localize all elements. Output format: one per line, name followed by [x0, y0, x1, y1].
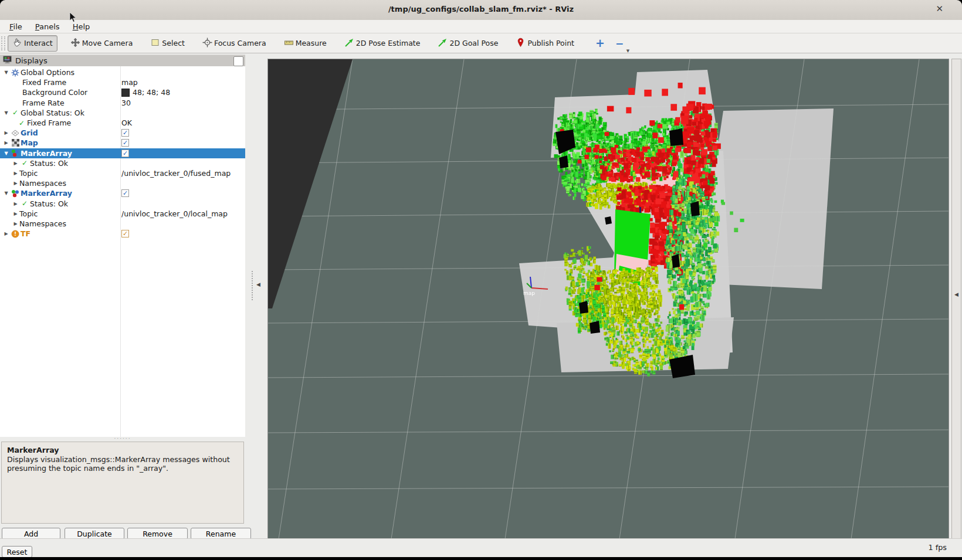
expander-down-icon[interactable]: ▼	[2, 151, 10, 156]
close-icon[interactable]: ✕	[936, 4, 943, 14]
svg-text:!: !	[14, 231, 16, 237]
tree-row-global-status-fixed-frame[interactable]: ✓ Fixed Frame OK	[0, 118, 245, 128]
chevron-down-icon: ▼	[626, 49, 629, 53]
tree-row-frame-rate[interactable]: Frame Rate 30	[0, 98, 245, 108]
tool-2d-pose-estimate[interactable]: 2D Pose Estimate	[340, 35, 425, 52]
viewport-splitter-handle[interactable]	[252, 271, 255, 300]
status-bar: Reset 1 fps	[0, 538, 962, 558]
gear-icon	[10, 69, 21, 77]
tree-row-status-fused[interactable]: ▶ ✓ Status: Ok	[0, 158, 245, 168]
remove-button[interactable]: Remove	[127, 528, 188, 539]
menu-bar: File Panels Help	[0, 20, 962, 33]
expander-right-icon[interactable]: ▶	[2, 130, 10, 135]
toolbar-drag-handle[interactable]	[1, 36, 5, 50]
markers-icon	[10, 189, 21, 198]
expander-right-icon[interactable]: ▶	[2, 140, 10, 145]
collapse-left-icon[interactable]: ◀	[256, 281, 260, 287]
background-color-value[interactable]: 48; 48; 48	[121, 88, 170, 97]
reset-button[interactable]: Reset	[2, 546, 32, 558]
expander-down-icon[interactable]: ▼	[2, 110, 10, 116]
tree-row-topic-local[interactable]: ▶ Topic /univloc_tracker_0/local_map	[0, 209, 245, 219]
expander-down-icon[interactable]: ▼	[2, 70, 10, 75]
panel-splitter-handle[interactable]	[0, 437, 245, 442]
tool-move-camera[interactable]: Move Camera	[66, 35, 138, 52]
expander-right-icon[interactable]: ▶	[12, 161, 19, 166]
collapse-right-icon[interactable]: ◀	[954, 291, 958, 297]
title-bar[interactable]: /tmp/ug_configs/collab_slam_fm.rviz* - R…	[0, 0, 962, 21]
rename-button[interactable]: Rename	[191, 528, 251, 539]
move-icon	[70, 38, 80, 49]
visibility-checkbox[interactable]: ✓	[121, 129, 129, 137]
check-icon: ✓	[10, 108, 21, 117]
visibility-checkbox[interactable]: ✓	[121, 139, 129, 147]
tree-row-namespaces-local[interactable]: ▶ Namespaces	[0, 219, 245, 229]
expander-down-icon[interactable]: ▼	[2, 191, 10, 196]
tree-row-topic-fused[interactable]: ▶ Topic /univloc_tracker_0/fused_map	[0, 168, 245, 178]
tree-row-namespaces-fused[interactable]: ▶ Namespaces	[0, 178, 245, 188]
expander-right-icon[interactable]: ▶	[12, 201, 19, 206]
fixed-frame-value[interactable]: map	[121, 78, 138, 87]
monitor-icon	[3, 56, 12, 66]
tree-row-fixed-frame[interactable]: Fixed Frame map	[0, 77, 245, 87]
description-title: MarkerArray	[7, 446, 238, 455]
pin-icon	[516, 38, 526, 49]
expander-right-icon[interactable]: ▶	[12, 181, 19, 186]
right-panel-collapsed[interactable]: ◀	[951, 59, 961, 539]
expander-right-icon[interactable]: ▶	[12, 221, 19, 226]
expander-right-icon[interactable]: ▶	[12, 171, 19, 176]
displays-panel-header[interactable]: Displays	[0, 55, 245, 66]
color-swatch	[121, 89, 130, 97]
tree-row-global-status[interactable]: ▼ ✓ Global Status: Ok	[0, 108, 245, 118]
displays-tree: ▼ Global Options Fixed Frame map Backgro…	[0, 66, 245, 437]
tree-row-map[interactable]: ▶ Map ✓	[0, 138, 245, 148]
check-icon: ✓	[19, 199, 30, 208]
tool-2d-goal-pose[interactable]: 2D Goal Pose	[433, 35, 503, 52]
display-description: MarkerArray Displays visualization_msgs:…	[1, 442, 244, 524]
topic-value[interactable]: /univloc_tracker_0/fused_map	[121, 169, 231, 178]
mouse-cursor	[69, 12, 77, 25]
map-icon	[10, 139, 21, 147]
visibility-checkbox[interactable]: ✓	[121, 230, 129, 237]
expander-right-icon[interactable]: ▶	[2, 231, 10, 236]
visibility-checkbox[interactable]: ✓	[121, 189, 129, 197]
grid-icon	[10, 129, 21, 137]
hand-icon	[12, 38, 22, 49]
duplicate-button[interactable]: Duplicate	[65, 528, 124, 539]
markers-icon	[10, 149, 21, 157]
remove-tool-button[interactable]: −▼	[615, 38, 624, 49]
tool-measure[interactable]: Measure	[279, 35, 331, 52]
render-panel	[267, 59, 949, 539]
tree-row-tf[interactable]: ▶ ! TF ✓	[0, 229, 245, 239]
select-box-icon	[150, 38, 160, 49]
green-arrow-icon	[438, 38, 448, 49]
tree-row-marker-array-local[interactable]: ▼ MarkerArray ✓	[0, 188, 245, 198]
frame-rate-value[interactable]: 30	[121, 99, 131, 107]
tree-row-global-options[interactable]: ▼ Global Options	[0, 67, 245, 77]
tool-select[interactable]: Select	[145, 35, 189, 52]
focus-crosshair-icon	[202, 38, 212, 49]
tool-publish-point[interactable]: Publish Point	[511, 35, 579, 52]
bottom-edge	[0, 557, 962, 560]
3d-viewport[interactable]	[268, 59, 949, 539]
tool-bar: Interact Move Camera Select Focus Camera…	[0, 33, 962, 53]
tool-interact[interactable]: Interact	[8, 35, 57, 52]
tree-row-grid[interactable]: ▶ Grid ✓	[0, 128, 245, 138]
topic-value[interactable]: /univloc_tracker_0/local_map	[121, 209, 228, 218]
tool-focus-camera[interactable]: Focus Camera	[198, 35, 271, 52]
tree-row-background-color[interactable]: Background Color 48; 48; 48	[0, 87, 245, 97]
add-button[interactable]: Add	[2, 528, 60, 539]
fps-indicator: 1 fps	[928, 543, 947, 552]
add-tool-button[interactable]: +	[595, 36, 605, 49]
ruler-icon	[284, 38, 294, 49]
visibility-checkbox[interactable]: ✓	[121, 150, 129, 157]
check-icon: ✓	[16, 119, 27, 127]
tree-row-status-local[interactable]: ▶ ✓ Status: Ok	[0, 198, 245, 208]
tree-row-marker-array-fused[interactable]: ▼ MarkerArray ✓	[0, 148, 245, 158]
green-arrow-icon	[344, 38, 354, 49]
check-icon: ✓	[19, 159, 30, 167]
menu-file[interactable]: File	[6, 22, 26, 31]
menu-panels[interactable]: Panels	[32, 22, 63, 31]
expander-right-icon[interactable]: ▶	[12, 211, 19, 216]
window-title: /tmp/ug_configs/collab_slam_fm.rviz* - R…	[0, 5, 962, 13]
float-panel-button[interactable]	[233, 56, 243, 66]
